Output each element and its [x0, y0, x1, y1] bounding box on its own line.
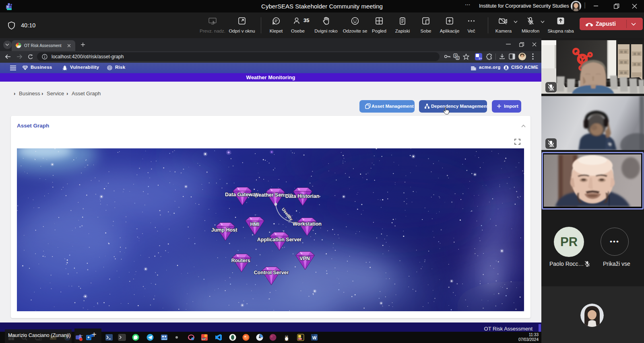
svg-text:文: 文 [456, 57, 459, 60]
svg-text:HMI: HMI [250, 222, 260, 227]
svg-text:Control Server: Control Server [254, 270, 289, 275]
svg-text:Workstation: Workstation [293, 221, 322, 227]
svg-text:Jump Host: Jump Host [211, 227, 237, 233]
svg-text:EAP: EAP [202, 338, 206, 340]
svg-text:Application Server: Application Server [257, 237, 302, 242]
svg-text:W: W [312, 335, 317, 340]
svg-text:EAP: EAP [299, 338, 302, 340]
svg-text:VPN: VPN [299, 256, 310, 261]
svg-text:Data Historian: Data Historian [285, 193, 320, 199]
svg-text:Routers: Routers [231, 258, 250, 263]
svg-text:Data Gateway: Data Gateway [225, 192, 258, 197]
